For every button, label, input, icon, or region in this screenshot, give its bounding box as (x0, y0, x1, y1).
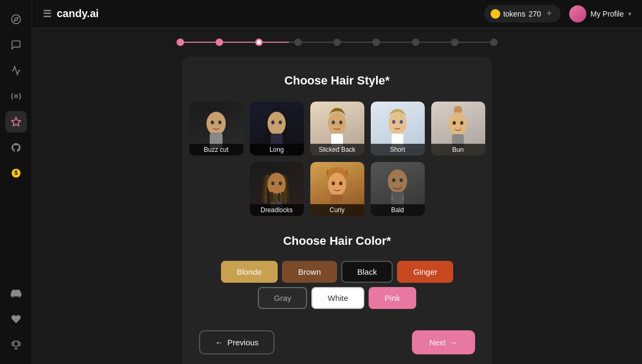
svg-point-22 (392, 120, 395, 123)
svg-rect-7 (208, 107, 224, 110)
sidebar-item-love[interactable] (5, 308, 27, 330)
svg-point-19 (339, 120, 342, 124)
hair-style-buzz[interactable]: Buzz cut (188, 100, 244, 157)
sidebar-item-trophy[interactable] (5, 334, 27, 355)
svg-point-10 (211, 120, 214, 124)
svg-point-38 (328, 173, 346, 196)
progress-step-7[interactable] (412, 38, 419, 46)
svg-point-28 (460, 121, 463, 125)
progress-step-5[interactable] (333, 38, 341, 46)
bald-label: Bald (371, 204, 425, 216)
profile-label: My Profile (591, 10, 624, 18)
color-gray-button[interactable]: Gray (258, 287, 308, 309)
svg-rect-35 (278, 193, 280, 202)
color-blonde-button[interactable]: Blonde (221, 261, 278, 283)
svg-marker-3 (11, 118, 20, 126)
sidebar-item-magic[interactable] (5, 111, 27, 133)
svg-point-41 (339, 181, 342, 185)
svg-point-11 (218, 120, 221, 124)
hair-style-long[interactable]: Long (249, 100, 305, 157)
svg-point-20 (388, 112, 407, 135)
bun-label: Bun (431, 144, 485, 156)
hair-style-bald[interactable]: Bald (370, 161, 426, 217)
main-card: Choose Hair Style* (182, 57, 492, 364)
chevron-down-icon: ▾ (628, 10, 631, 18)
svg-point-0 (11, 15, 20, 24)
slicked-label: Slicked Back (310, 144, 364, 156)
svg-point-42 (388, 169, 407, 193)
svg-point-23 (400, 120, 403, 123)
color-ginger-button[interactable]: Ginger (397, 261, 453, 283)
svg-point-16 (328, 112, 346, 135)
sidebar-item-github[interactable] (5, 137, 27, 158)
long-label: Long (250, 144, 304, 156)
svg-point-2 (14, 95, 17, 98)
buzz-label: Buzz cut (189, 144, 243, 156)
hair-style-title: Choose Hair Style* (199, 74, 475, 88)
token-coin-icon (491, 9, 500, 19)
short-label: Short (371, 144, 425, 156)
svg-point-25 (449, 112, 467, 136)
previous-label: Previous (227, 338, 258, 347)
svg-point-31 (271, 181, 274, 185)
hair-style-curly[interactable]: Curly (309, 161, 365, 217)
hair-style-row-1: Buzz cut L (199, 100, 475, 157)
svg-point-32 (279, 181, 282, 185)
topbar-right: tokens 270 + My Profile ▾ (484, 5, 631, 22)
color-white-button[interactable]: White (311, 287, 364, 309)
sidebar-item-discord[interactable] (5, 283, 27, 304)
svg-point-27 (453, 121, 456, 125)
topbar: ☰ candy.ai tokens 270 + My Profile ▾ (32, 0, 642, 28)
sidebar-item-coin[interactable]: $ (5, 162, 27, 184)
arrow-left-icon: ← (215, 338, 223, 347)
profile-button[interactable]: My Profile ▾ (569, 5, 631, 22)
main-content: Choose Hair Style* (32, 28, 642, 364)
progress-track (177, 38, 498, 46)
svg-point-18 (332, 120, 335, 124)
svg-point-8 (207, 112, 226, 135)
progress-step-9[interactable] (490, 38, 498, 46)
next-label: Next (429, 338, 446, 347)
tokens-badge: tokens 270 + (484, 5, 561, 22)
add-tokens-button[interactable]: + (544, 8, 554, 19)
svg-rect-33 (270, 192, 273, 202)
svg-point-45 (400, 178, 403, 182)
dreadlocks-label: Dreadlocks (250, 204, 304, 216)
hair-style-dreadlocks[interactable]: Dreadlocks (249, 161, 305, 217)
tokens-label: tokens (503, 10, 525, 18)
progress-step-1[interactable] (177, 38, 184, 46)
color-brown-button[interactable]: Brown (282, 261, 337, 283)
hair-color-title: Choose Hair Color* (199, 234, 475, 248)
progress-step-3[interactable] (255, 38, 263, 46)
sidebar-item-activity[interactable] (5, 60, 27, 81)
next-button[interactable]: Next → (412, 330, 475, 354)
svg-point-40 (332, 181, 335, 185)
svg-text:$: $ (14, 170, 18, 176)
progress-step-6[interactable] (372, 38, 380, 46)
app-name: candy.ai (57, 7, 99, 20)
color-pink-button[interactable]: Pink (369, 287, 416, 309)
svg-point-44 (392, 178, 395, 182)
tokens-count: 270 (529, 10, 541, 18)
arrow-right-icon: → (450, 338, 458, 347)
sidebar-item-chat[interactable] (5, 34, 27, 56)
avatar (569, 5, 586, 22)
hair-style-bun[interactable]: Bun (430, 100, 486, 157)
sidebar-item-customize[interactable] (5, 86, 27, 107)
progress-step-4[interactable] (294, 38, 302, 46)
previous-button[interactable]: ← Previous (199, 330, 274, 354)
navigation-buttons: ← Previous Next → (199, 330, 475, 354)
hair-style-slicked[interactable]: Slicked Back (309, 100, 365, 157)
hair-color-section: Choose Hair Color* Blonde Brown Black Gi… (199, 234, 475, 309)
hair-style-short[interactable]: Short (370, 100, 426, 157)
progress-step-8[interactable] (451, 38, 458, 46)
color-black-button[interactable]: Black (341, 261, 393, 283)
progress-bar (43, 38, 631, 46)
progress-step-2[interactable] (216, 38, 223, 46)
sidebar-item-compass[interactable] (5, 9, 27, 30)
svg-rect-34 (274, 193, 277, 203)
curly-label: Curly (310, 204, 364, 216)
menu-icon[interactable]: ☰ (43, 8, 51, 20)
svg-rect-36 (281, 192, 284, 202)
logo: ☰ candy.ai (43, 7, 99, 20)
